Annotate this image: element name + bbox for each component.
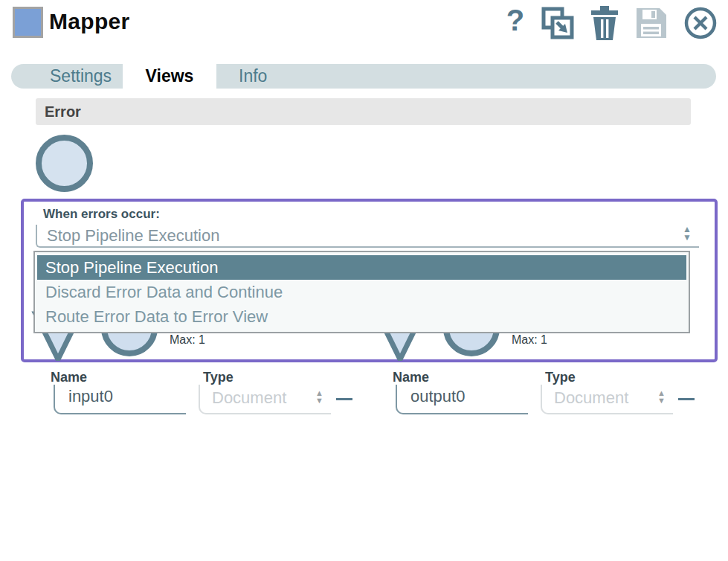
error-options-dropdown: Stop Pipeline Execution Discard Error Da… <box>33 251 690 333</box>
close-icon[interactable] <box>684 7 717 39</box>
tab-info[interactable]: Info <box>227 64 279 89</box>
output-name-field[interactable] <box>396 385 528 414</box>
error-handling-panel: When errors occur: Stop Pipeline Executi… <box>21 199 718 362</box>
save-icon[interactable] <box>635 7 668 39</box>
input-name-field[interactable] <box>54 385 186 414</box>
output-type-spinner-icon: ▲▼ <box>657 389 666 404</box>
dropdown-option-stop-pipeline[interactable]: Stop Pipeline Execution <box>37 255 686 280</box>
output-type-select: Document ▲▼ <box>541 385 673 414</box>
export-icon[interactable] <box>541 7 574 39</box>
error-section-header: Error <box>36 98 691 125</box>
output-name-label: Name <box>393 370 429 385</box>
when-errors-occur-label: When errors occur: <box>43 207 160 222</box>
input-name-label: Name <box>51 370 87 385</box>
select-spinner-icon[interactable]: ▲▼ <box>683 225 692 242</box>
output-type-value: Document <box>542 385 673 411</box>
snap-icon <box>13 7 43 38</box>
tab-bar: Settings Views Info <box>11 64 716 89</box>
input-dash-icon <box>336 398 352 400</box>
input-type-select: Document ▲▼ <box>199 385 331 414</box>
input-type-label: Type <box>203 370 233 385</box>
dropdown-option-discard-continue[interactable]: Discard Error Data and Continue <box>37 280 686 304</box>
delete-icon[interactable] <box>590 6 619 40</box>
when-errors-occur-select[interactable]: Stop Pipeline Execution ▲▼ <box>36 225 699 248</box>
output-type-label: Type <box>545 370 576 385</box>
tab-settings[interactable]: Settings <box>39 64 122 89</box>
dialog-title: Mapper <box>49 9 130 34</box>
help-icon[interactable]: ? <box>501 3 529 37</box>
output-dash-icon <box>678 398 695 400</box>
mapper-dialog: Mapper ? <box>0 0 728 561</box>
input-type-value: Document <box>200 385 331 411</box>
error-section-title: Error <box>45 98 691 125</box>
tab-views[interactable]: Views <box>123 64 216 89</box>
input-type-spinner-icon: ▲▼ <box>315 389 323 404</box>
error-view-circle <box>36 135 93 192</box>
dropdown-option-route-error-view[interactable]: Route Error Data to Error View <box>37 304 686 329</box>
when-errors-occur-value: Stop Pipeline Execution <box>37 225 699 246</box>
